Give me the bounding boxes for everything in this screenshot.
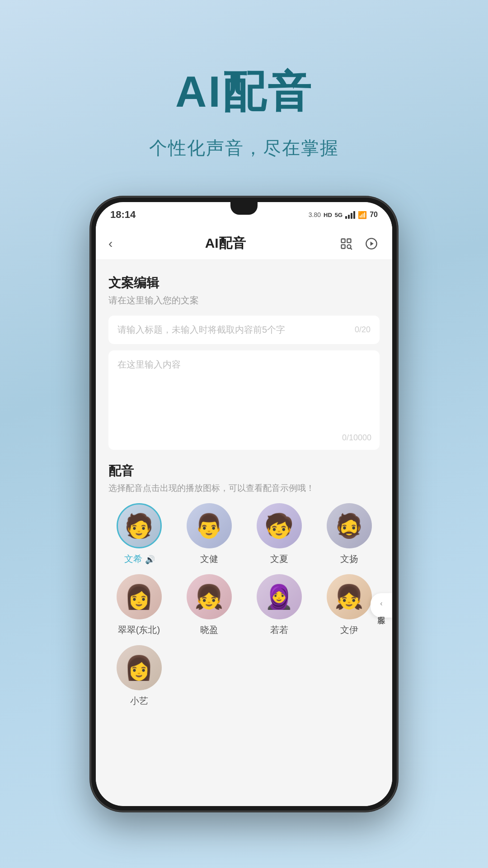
voice-name-wenyi: 文伊 [340, 624, 358, 636]
voice-avatar-ruoruo: 🧕 [257, 574, 302, 619]
svg-rect-1 [347, 239, 351, 242]
copywriting-desc: 请在这里输入您的文案 [108, 294, 380, 307]
svg-rect-0 [341, 239, 345, 242]
voice-avatar-wenxia: 🧒 [257, 503, 302, 548]
signal-icon [345, 211, 355, 219]
voice-avatar-wenjian: 👨 [187, 503, 232, 548]
sound-icon-wenxi[interactable]: 🔊 [145, 555, 154, 564]
voice-avatar-wenxi: 🧑 [117, 503, 162, 548]
voice-avatar-xiaoyi: 👩 [117, 645, 162, 690]
hero-section: AI配音 个性化声音，尽在掌握 [149, 63, 339, 160]
cs-label: 客服 [376, 609, 387, 611]
hero-title: AI配音 [149, 63, 339, 122]
play-icon[interactable] [363, 236, 380, 252]
avatar-wenxia-img: 🧒 [264, 514, 294, 538]
avatar-wenyang-img: 🧔 [334, 514, 364, 538]
avatar-xiaoying-img: 👧 [194, 585, 224, 609]
screen-inner: 18:14 3.80 HD 5G 📶 [96, 202, 392, 806]
content-textarea[interactable]: 在这里输入内容 0/10000 [108, 350, 380, 450]
content-textarea-placeholder: 在这里输入内容 [117, 359, 181, 369]
voice-item-wenxi[interactable]: 🧑 文希 🔊 [108, 503, 169, 565]
4g-icon: HD [324, 212, 332, 218]
voice-avatar-cuicui: 👩 [117, 574, 162, 619]
svg-line-4 [350, 248, 352, 250]
copywriting-section: 文案编辑 请在这里输入您的文案 请输入标题，未输入时将截取内容前5个字 0/20… [108, 274, 380, 450]
voice-avatar-wenyang: 🧔 [327, 503, 372, 548]
avatar-wenxi-img: 🧑 [124, 514, 154, 538]
page-title: AI配音 [205, 234, 246, 253]
nav-actions [338, 236, 380, 252]
content-textarea-count: 0/10000 [342, 433, 371, 443]
title-input-placeholder: 请输入标题，未输入时将截取内容前5个字 [117, 324, 285, 336]
voice-grid: 🧑 文希 🔊 👨 [108, 503, 380, 707]
copywriting-title: 文案编辑 [108, 274, 380, 292]
voice-name-xiaoying: 晓盈 [200, 624, 218, 636]
battery-icon: 70 [370, 211, 378, 219]
voice-name-wenxia: 文夏 [270, 553, 288, 565]
voice-item-wenjian[interactable]: 👨 文健 [178, 503, 239, 565]
voice-avatar-xiaoying: 👧 [187, 574, 232, 619]
avatar-ruoruo-img: 🧕 [264, 585, 294, 609]
svg-rect-2 [341, 245, 345, 248]
main-content: 文案编辑 请在这里输入您的文案 请输入标题，未输入时将截取内容前5个字 0/20… [96, 260, 392, 806]
5g-icon: 5G [335, 212, 343, 218]
status-bar: 18:14 3.80 HD 5G 📶 [96, 202, 392, 227]
cs-arrow-icon: ‹ [380, 599, 382, 608]
back-button[interactable]: ‹ [108, 236, 113, 251]
avatar-wenyi-img: 👧 [334, 585, 364, 609]
voice-item-xiaoying[interactable]: 👧 晓盈 [178, 574, 239, 636]
search-icon[interactable] [338, 236, 354, 252]
status-time: 18:14 [110, 209, 136, 221]
voice-name-wenyang: 文扬 [340, 553, 358, 565]
voice-avatar-wenyi: 👧 [327, 574, 372, 619]
voice-name-ruoruo: 若若 [270, 624, 288, 636]
customer-service-button[interactable]: ‹ 客服 [371, 593, 392, 618]
voice-name-cuicui: 翠翠(东北) [118, 624, 160, 636]
nav-bar: ‹ AI配音 [96, 227, 392, 260]
voice-item-wenxia[interactable]: 🧒 文夏 [249, 503, 310, 565]
avatar-xiaoyi-img: 👩 [124, 656, 154, 679]
voice-name-xiaoyi: 小艺 [130, 695, 148, 707]
camera-notch [230, 202, 258, 215]
voice-name-wenjian: 文健 [200, 553, 218, 565]
avatar-cuicui-img: 👩 [124, 585, 154, 609]
status-icons: 3.80 HD 5G 📶 70 [309, 211, 378, 219]
voice-name-wenxi: 文希 [124, 553, 142, 565]
voice-item-wenyang[interactable]: 🧔 文扬 [319, 503, 380, 565]
hero-subtitle: 个性化声音，尽在掌握 [149, 136, 339, 160]
title-input-wrapper[interactable]: 请输入标题，未输入时将截取内容前5个字 0/20 [108, 316, 380, 344]
voice-section-desc: 选择配音点击出现的播放图标，可以查看配音示例哦！ [108, 482, 380, 494]
title-input-count: 0/20 [355, 325, 371, 335]
voice-item-ruoruo[interactable]: 🧕 若若 [249, 574, 310, 636]
avatar-wenjian-img: 👨 [194, 514, 224, 538]
svg-marker-6 [371, 241, 374, 245]
network-text: 3.80 [309, 211, 321, 218]
voice-section-title: 配音 [108, 462, 380, 480]
phone-mockup: 18:14 3.80 HD 5G 📶 [90, 197, 398, 811]
voice-item-cuicui[interactable]: 👩 翠翠(东北) [108, 574, 169, 636]
svg-point-3 [347, 245, 351, 248]
voice-item-xiaoyi[interactable]: 👩 小艺 [108, 645, 169, 707]
voice-section: 配音 选择配音点击出现的播放图标，可以查看配音示例哦！ 🧑 文希 🔊 [108, 462, 380, 707]
voice-name-wenxi-wrapper: 文希 🔊 [124, 553, 154, 565]
phone-frame: 18:14 3.80 HD 5G 📶 [90, 197, 398, 811]
wifi-icon: 📶 [358, 211, 367, 219]
phone-screen: 18:14 3.80 HD 5G 📶 [96, 202, 392, 806]
